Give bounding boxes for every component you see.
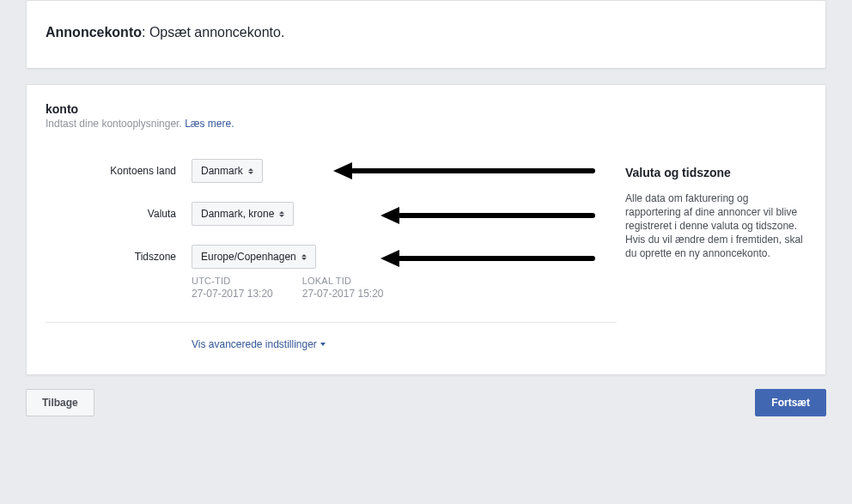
utc-value: 27-07-2017 13:20 xyxy=(192,288,273,300)
time-info: UTC-TID 27-07-2017 13:20 LOKAL TID 27-07… xyxy=(192,276,617,300)
utc-time-block: UTC-TID 27-07-2017 13:20 xyxy=(192,276,273,300)
row-country: Kontoens land Danmark xyxy=(46,159,617,183)
divider xyxy=(46,322,617,323)
select-timezone[interactable]: Europe/Copenhagen xyxy=(192,245,316,269)
section-title: konto xyxy=(46,102,806,116)
row-currency: Valuta Danmark, krone xyxy=(46,202,617,226)
label-currency: Valuta xyxy=(46,208,192,220)
utc-label: UTC-TID xyxy=(192,276,273,286)
advanced-settings-label: Vis avancerede indstillinger xyxy=(192,338,317,350)
local-value: 27-07-2017 15:20 xyxy=(302,288,384,300)
learn-more-link[interactable]: Læs mere. xyxy=(185,118,234,130)
account-setup-card: konto Indtast dine kontooplysninger. Læs… xyxy=(26,84,826,375)
side-info-title: Valuta og tidszone xyxy=(625,166,806,179)
row-timezone: Tidszone Europe/Copenhagen xyxy=(46,245,617,269)
advanced-settings-link[interactable]: Vis avancerede indstillinger xyxy=(192,338,326,350)
page-header: Annoncekonto: Opsæt annoncekonto. xyxy=(26,0,826,69)
local-time-block: LOKAL TID 27-07-2017 15:20 xyxy=(302,276,384,300)
label-country: Kontoens land xyxy=(46,165,192,177)
side-info: Valuta og tidszone Alle data om fakturer… xyxy=(617,159,806,350)
sort-icon xyxy=(279,211,284,217)
section-subtitle-text: Indtast dine kontooplysninger. xyxy=(46,118,182,130)
caret-down-icon xyxy=(320,343,326,346)
form-column: Kontoens land Danmark Valuta Danmark, kr… xyxy=(46,159,617,350)
select-currency-value: Danmark, krone xyxy=(201,208,274,220)
sort-icon xyxy=(301,254,307,260)
page-title: Annoncekonto: Opsæt annoncekonto. xyxy=(46,25,806,40)
select-currency[interactable]: Danmark, krone xyxy=(192,202,294,226)
select-timezone-value: Europe/Copenhagen xyxy=(201,251,296,263)
select-country[interactable]: Danmark xyxy=(192,159,263,183)
page-title-rest: : Opsæt annoncekonto. xyxy=(142,25,284,39)
select-country-value: Danmark xyxy=(201,165,243,177)
back-button[interactable]: Tilbage xyxy=(26,389,94,416)
section-subtitle: Indtast dine kontooplysninger. Læs mere. xyxy=(46,118,806,130)
footer: Tilbage Fortsæt xyxy=(26,389,826,427)
page-title-bold: Annoncekonto xyxy=(46,25,142,39)
continue-button[interactable]: Fortsæt xyxy=(755,389,826,416)
side-info-text: Alle data om fakturering og rapportering… xyxy=(625,191,806,260)
label-timezone: Tidszone xyxy=(46,251,192,263)
local-label: LOKAL TID xyxy=(302,276,384,286)
sort-icon xyxy=(248,168,253,174)
